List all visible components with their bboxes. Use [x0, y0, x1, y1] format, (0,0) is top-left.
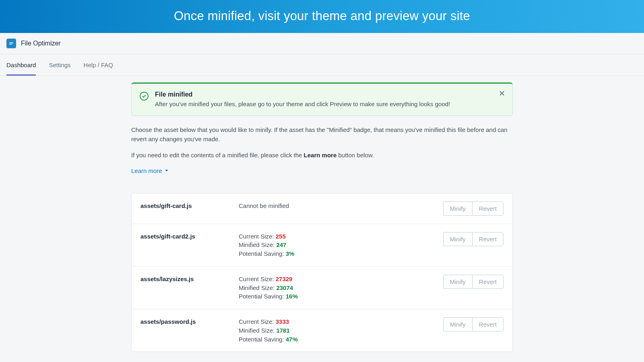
learn-more-label: Learn more: [131, 167, 162, 174]
row-actions: Minify Revert: [443, 317, 504, 331]
banner-text: Once minified, visit your theme and prev…: [174, 9, 470, 23]
file-list: assets/gift-card.js Cannot be minified M…: [131, 193, 513, 352]
close-icon[interactable]: [499, 90, 505, 98]
minify-button[interactable]: Minify: [443, 317, 472, 331]
minify-button[interactable]: Minify: [443, 232, 472, 246]
file-name: assets/lazysizes.js: [140, 275, 231, 282]
app-bar: File Optimizer: [0, 33, 644, 54]
row-actions: Minify Revert: [443, 232, 504, 246]
row-actions: Minify Revert: [443, 202, 504, 216]
file-name: assets/gift-card2.js: [140, 232, 231, 240]
table-row: assets/gift-card.js Cannot be minified M…: [132, 193, 512, 224]
tab-settings[interactable]: Settings: [49, 54, 70, 76]
notice-title: File minified: [155, 91, 504, 98]
notice-text: After you've minified your files, please…: [155, 101, 504, 107]
file-info: Current Size: 255 Minified Size: 247 Pot…: [239, 232, 435, 258]
table-row: assets/gift-card2.js Current Size: 255 M…: [132, 224, 512, 267]
file-name: assets/password.js: [140, 317, 231, 325]
revert-button[interactable]: Revert: [472, 232, 504, 246]
tab-help[interactable]: Help / FAQ: [84, 54, 113, 76]
success-notice: File minified After you've minified your…: [131, 82, 513, 116]
table-row: assets/lazysizes.js Current Size: 27329 …: [132, 267, 512, 309]
learn-more-link[interactable]: Learn more: [131, 167, 169, 174]
cannot-minify-label: Cannot be minified: [239, 202, 289, 209]
file-info: Current Size: 3333 Minified Size: 1781 P…: [239, 317, 435, 343]
row-actions: Minify Revert: [443, 275, 504, 289]
tab-bar: Dashboard Settings Help / FAQ: [0, 54, 644, 76]
minify-button[interactable]: Minify: [443, 202, 472, 216]
minify-button[interactable]: Minify: [443, 275, 472, 289]
file-info: Cannot be minified: [239, 202, 435, 210]
top-banner: Once minified, visit your theme and prev…: [0, 0, 644, 33]
file-info: Current Size: 27329 Minified Size: 23074…: [239, 275, 435, 301]
revert-button[interactable]: Revert: [472, 275, 504, 289]
notice-body: File minified After you've minified your…: [155, 91, 504, 107]
app-icon: [6, 39, 16, 48]
check-circle-icon: [140, 92, 149, 101]
intro-paragraph-2: If you need to edit the contents of a mi…: [131, 151, 513, 160]
intro-paragraph-1: Choose the asset below that you would li…: [131, 125, 513, 144]
file-name: assets/gift-card.js: [140, 202, 231, 209]
caret-down-icon: [165, 169, 169, 173]
revert-button[interactable]: Revert: [472, 202, 504, 216]
app-title: File Optimizer: [21, 40, 61, 47]
revert-button[interactable]: Revert: [472, 317, 504, 331]
table-row: assets/password.js Current Size: 3333 Mi…: [132, 309, 512, 352]
main-content: File minified After you've minified your…: [131, 82, 513, 360]
tab-dashboard[interactable]: Dashboard: [6, 54, 36, 76]
